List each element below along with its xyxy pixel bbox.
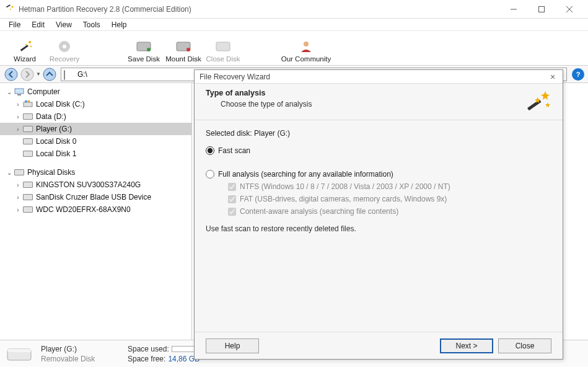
dialog-titlebar: File Recovery Wizard × [195, 70, 563, 84]
svg-rect-29 [527, 99, 542, 110]
mount-disk-icon [173, 39, 193, 54]
menu-tools[interactable]: Tools [78, 19, 105, 30]
svg-rect-22 [15, 89, 24, 94]
tree-data-d[interactable]: › Data (D:) [0, 110, 191, 123]
dialog-close-button[interactable]: Close [498, 338, 551, 353]
toolbar-wizard[interactable]: Wizard [6, 38, 43, 64]
tree-local-c[interactable]: › Local Disk (C:) [0, 98, 191, 110]
community-icon [296, 39, 316, 54]
dialog-body: Selected disk: Player (G:) Fast scan Ful… [195, 120, 563, 332]
expand-icon[interactable]: › [14, 182, 22, 188]
drive-icon [22, 112, 33, 121]
svg-point-2 [10, 9, 11, 10]
svg-rect-0 [6, 4, 11, 7]
tree-local-disk-0[interactable]: › Local Disk 0 [0, 135, 191, 148]
dialog-help-button[interactable]: Help [206, 338, 259, 353]
tree-computer[interactable]: ⌄ Computer [0, 86, 191, 98]
svg-point-21 [43, 68, 56, 81]
menubar: File Edit View Tools Help [0, 19, 588, 31]
nav-back-button[interactable] [4, 67, 19, 82]
toolbar-recovery: Recovery [46, 38, 83, 64]
expand-icon[interactable]: ⌄ [5, 89, 14, 95]
checkbox-ntfs-input [228, 183, 236, 191]
drive-icon [22, 193, 33, 201]
radio-fast-scan-input[interactable] [206, 146, 214, 155]
svg-rect-28 [7, 349, 31, 352]
checkbox-fat-input [228, 195, 236, 203]
menu-view[interactable]: View [51, 19, 77, 30]
expand-icon[interactable]: › [14, 126, 22, 133]
status-drive-type: Removable Disk [41, 355, 95, 363]
dialog-heading: Type of analysis [206, 89, 523, 97]
tree-kingston[interactable]: › KINGSTON SUV300S37A240G [0, 179, 191, 191]
menu-file[interactable]: File [4, 19, 25, 30]
nav-forward-button[interactable] [20, 67, 35, 82]
svg-rect-24 [24, 102, 32, 107]
drive-icon [14, 168, 25, 177]
svg-point-14 [147, 48, 151, 51]
tree-sandisk[interactable]: › SanDisk Cruzer Blade USB Device [0, 191, 191, 203]
radio-fast-scan[interactable]: Fast scan [206, 146, 551, 155]
wand-icon [523, 89, 551, 113]
nav-up-button[interactable] [42, 67, 57, 82]
window-title: Hetman Partition Recovery 2.8 (Commercia… [19, 5, 499, 14]
expand-icon[interactable]: › [14, 194, 22, 201]
toolbar-close-disk-label: Close Disk [206, 55, 240, 63]
svg-marker-32 [545, 102, 550, 107]
sidebar-tree[interactable]: ⌄ Computer › Local Disk (C:) › Data (D:)… [0, 83, 192, 340]
toolbar-mount-disk[interactable]: Mount Disk [165, 38, 202, 64]
toolbar-close-disk: Close Disk [204, 38, 242, 64]
tree-player-g[interactable]: › Player (G:) [0, 123, 191, 135]
save-disk-icon [134, 39, 154, 54]
expand-icon[interactable]: › [14, 206, 22, 213]
svg-rect-26 [28, 100, 30, 102]
drive-icon [22, 100, 33, 108]
minimize-button[interactable] [499, 1, 527, 18]
help-button[interactable]: ? [572, 68, 584, 81]
svg-point-16 [186, 48, 190, 51]
tree-local-disk-1[interactable]: › Local Disk 1 [0, 148, 191, 160]
status-drive-name: Player (G:) [41, 345, 77, 353]
svg-point-12 [63, 45, 66, 48]
drive-icon [22, 149, 33, 158]
svg-point-18 [304, 42, 309, 46]
tree-physical-disks[interactable]: ⌄ Physical Disks [0, 166, 191, 179]
checkbox-ntfs: NTFS (Windows 10 / 8 / 7 / 2008 / Vista … [228, 182, 551, 191]
toolbar: Wizard Recovery Save Disk Mount Disk Clo… [0, 31, 588, 66]
svg-point-8 [29, 41, 31, 43]
menu-help[interactable]: Help [107, 19, 132, 30]
drive-icon [22, 137, 33, 146]
toolbar-save-disk[interactable]: Save Disk [125, 38, 162, 64]
toolbar-recovery-label: Recovery [50, 55, 80, 63]
radio-full-analysis[interactable]: Full analysis (searching for any availab… [206, 170, 551, 179]
expand-icon[interactable]: › [14, 101, 22, 108]
dialog-next-button[interactable]: Next > [440, 338, 493, 353]
svg-rect-23 [17, 94, 21, 95]
svg-marker-30 [541, 91, 550, 100]
titlebar: Hetman Partition Recovery 2.8 (Commercia… [0, 0, 588, 19]
toolbar-save-disk-label: Save Disk [128, 55, 160, 63]
toolbar-community-label: Our Community [281, 55, 331, 63]
dialog-subheading: Choose the type of analysis [206, 100, 523, 108]
expand-icon[interactable]: ⌄ [5, 169, 14, 176]
recovery-icon [55, 39, 74, 54]
svg-point-9 [25, 44, 27, 45]
close-button[interactable] [555, 1, 583, 18]
nav-dropdown-arrow[interactable]: ▼ [36, 71, 41, 77]
dialog-close-icon[interactable]: × [548, 72, 558, 82]
drive-large-icon [6, 345, 32, 363]
toolbar-community[interactable]: Our Community [278, 38, 335, 64]
svg-point-19 [5, 68, 17, 81]
checkbox-content-aware-input [228, 208, 236, 216]
menu-edit[interactable]: Edit [27, 19, 50, 30]
expand-icon[interactable]: › [14, 113, 22, 120]
checkbox-content-aware: Content-aware analysis (searching file c… [228, 207, 551, 216]
toolbar-mount-disk-label: Mount Disk [165, 55, 201, 63]
tree-wdc[interactable]: › WDC WD20EFRX-68AX9N0 [0, 203, 191, 216]
radio-full-analysis-input[interactable] [206, 170, 214, 179]
svg-rect-25 [25, 100, 27, 102]
drive-icon [22, 205, 33, 214]
dialog-hint: Use fast scan to restore recently delete… [206, 224, 551, 233]
svg-point-10 [30, 46, 32, 47]
maximize-button[interactable] [527, 1, 555, 18]
